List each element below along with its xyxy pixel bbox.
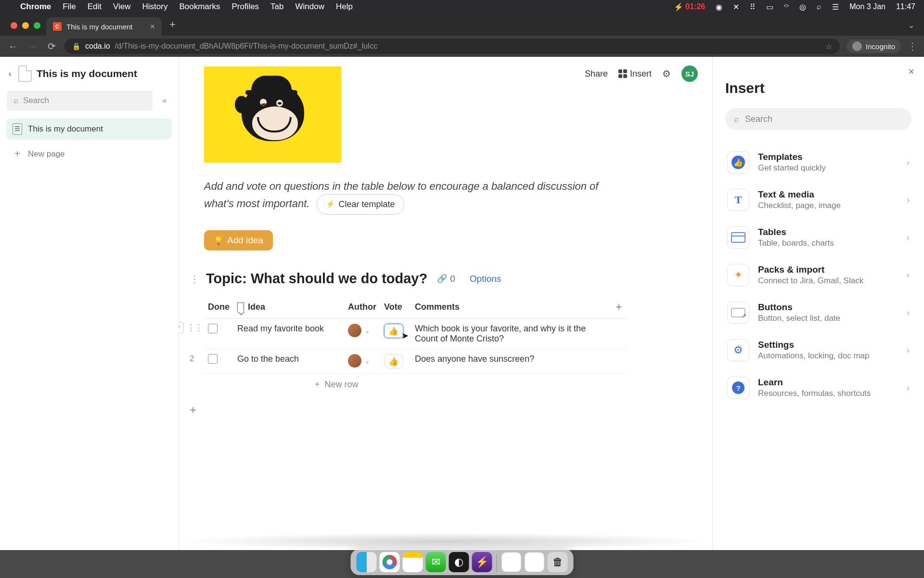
table-options-button[interactable]: Options	[470, 274, 501, 284]
author-cell[interactable]: ⌄	[348, 324, 376, 337]
back-chevron-icon[interactable]: ‹	[7, 67, 13, 81]
table-title[interactable]: Topic: What should we do today?	[206, 271, 427, 287]
panel-close-button[interactable]: ×	[908, 66, 914, 78]
menu-view[interactable]: View	[113, 2, 131, 12]
done-checkbox[interactable]	[208, 354, 218, 364]
browser-tab[interactable]: C This is my document ×	[46, 17, 162, 36]
tab-list-button[interactable]: ⌄	[898, 21, 924, 36]
menu-history[interactable]: History	[142, 2, 167, 12]
chevron-right-icon: ›	[907, 308, 910, 318]
control-center-icon[interactable]: ☰	[832, 2, 839, 12]
dock-document-icon[interactable]	[501, 552, 522, 572]
menu-window[interactable]: Window	[295, 2, 324, 12]
battery-status[interactable]: ⚡01:26	[674, 2, 705, 12]
battery-icon[interactable]: ▭	[766, 2, 773, 12]
nav-back-button[interactable]: ←	[7, 41, 19, 52]
col-author[interactable]: Author	[344, 295, 380, 319]
col-done[interactable]: Done	[204, 295, 233, 319]
spotlight-icon[interactable]: ⌕	[817, 2, 821, 11]
window-zoom-button[interactable]	[34, 22, 40, 29]
browser-menu-button[interactable]: ⋮	[908, 40, 917, 52]
expand-row-button[interactable]: ⤢	[179, 322, 184, 333]
dock-finder-icon[interactable]	[357, 552, 377, 572]
add-block-button[interactable]: +	[190, 403, 687, 417]
wifi-icon[interactable]: ⌔	[784, 2, 789, 11]
bookmark-star-icon[interactable]: ☆	[825, 42, 832, 51]
done-checkbox[interactable]	[208, 324, 218, 333]
dock-notes-icon[interactable]	[403, 552, 423, 572]
status-icon[interactable]: ◉	[716, 2, 722, 12]
dock-app-icon[interactable]: ⚡	[472, 552, 492, 572]
new-page-button[interactable]: + New page	[7, 143, 172, 165]
lock-icon[interactable]: 🔒	[72, 42, 80, 50]
address-bar[interactable]: 🔒 coda.io/d/This-is-my-document_dBhAUW8p…	[64, 39, 840, 54]
menu-help[interactable]: Help	[336, 2, 353, 12]
settings-gear-icon[interactable]: ⚙	[662, 68, 671, 79]
status-icon[interactable]: ◎	[799, 2, 806, 12]
user-avatar[interactable]: SJ	[681, 66, 698, 82]
col-comments[interactable]: Comments	[411, 295, 610, 319]
insert-item-tables[interactable]: Tables Table, boards, charts ›	[725, 219, 911, 256]
chevron-down-icon[interactable]: ⌄	[364, 357, 370, 365]
window-close-button[interactable]	[11, 22, 17, 29]
sidebar-search-input[interactable]: ⌕ Search	[7, 91, 153, 111]
chevron-down-icon[interactable]: ⌄	[364, 327, 370, 334]
dock-messages-icon[interactable]: ✉	[426, 552, 446, 572]
drag-handle-icon[interactable]: ⋮⋮	[187, 322, 202, 333]
col-idea[interactable]: Idea	[233, 295, 344, 319]
bolt-icon: ⚡	[326, 199, 335, 210]
menu-profiles[interactable]: Profiles	[231, 2, 259, 12]
menu-edit[interactable]: Edit	[88, 2, 102, 12]
menu-bookmarks[interactable]: Bookmarks	[179, 2, 220, 12]
menu-tab[interactable]: Tab	[270, 2, 283, 12]
insert-item-text-media[interactable]: T Text & media Checklist, page, image ›	[725, 181, 911, 219]
menu-file[interactable]: File	[63, 2, 76, 12]
status-icon[interactable]: ✕	[733, 2, 739, 12]
vote-button[interactable]: 👍	[384, 324, 403, 338]
insert-button[interactable]: Insert	[618, 69, 652, 79]
add-column-button[interactable]: +	[610, 295, 628, 319]
table-row[interactable]: 2 Go to the beach ⌄ 👍 Does anyone have s…	[204, 349, 628, 374]
vote-button[interactable]: 👍	[384, 354, 403, 368]
insert-item-packs[interactable]: ✦ Packs & import Connect to Jira, Gmail,…	[725, 256, 911, 294]
link-count[interactable]: 🔗 0	[437, 274, 455, 284]
panel-title: Insert	[725, 80, 911, 96]
author-cell[interactable]: ⌄	[348, 354, 376, 368]
nav-reload-button[interactable]: ⟳	[45, 40, 58, 52]
new-tab-button[interactable]: +	[162, 18, 183, 36]
insert-item-learn[interactable]: ? Learn Resources, formulas, shortcuts ›	[725, 369, 911, 407]
table-menu-button[interactable]: ⋮	[190, 273, 199, 285]
dock-chrome-icon[interactable]	[380, 552, 400, 572]
new-row-button[interactable]: + New row	[204, 374, 687, 395]
panel-search-input[interactable]: ⌕ Search	[725, 108, 911, 130]
app-name[interactable]: Chrome	[20, 2, 51, 12]
window-minimize-button[interactable]	[22, 22, 29, 29]
comment-cell[interactable]: Which book is your favorite, and why is …	[411, 319, 610, 349]
insert-item-settings[interactable]: ⚙ Settings Automations, locking, doc map…	[725, 331, 911, 369]
insert-item-buttons[interactable]: Buttons Button, select list, date ›	[725, 294, 911, 331]
header-image[interactable]	[204, 66, 341, 163]
plus-icon: +	[13, 148, 22, 159]
add-idea-button[interactable]: 💡 Add idea	[204, 230, 273, 250]
comment-cell[interactable]: Does anyone have sunscreen?	[411, 349, 610, 374]
intro-paragraph[interactable]: Add and vote on questions in the table b…	[204, 178, 599, 215]
menubar-time[interactable]: 11:47	[896, 2, 915, 11]
menubar-date[interactable]: Mon 3 Jan	[849, 2, 886, 11]
dock-trash-icon[interactable]: 🗑	[548, 552, 568, 572]
insert-item-templates[interactable]: 👍 Templates Get started quickly ›	[725, 144, 911, 181]
tab-close-button[interactable]: ×	[150, 22, 155, 32]
idea-cell[interactable]: Go to the beach	[233, 349, 344, 374]
status-icon[interactable]: ⠿	[750, 2, 756, 12]
sidebar-nav-item[interactable]: This is my document	[7, 118, 172, 140]
chevron-right-icon: ›	[907, 383, 910, 393]
incognito-indicator[interactable]: Incognito	[847, 39, 901, 53]
col-vote[interactable]: Vote	[380, 295, 411, 319]
doc-title[interactable]: This is my document	[37, 68, 137, 79]
dock-document-icon[interactable]	[525, 552, 545, 572]
table-row[interactable]: ⤢ ⋮⋮ Read my favorite book ⌄ 👍	[204, 319, 628, 349]
collapse-sidebar-button[interactable]: «	[157, 93, 172, 108]
idea-cell[interactable]: Read my favorite book	[233, 319, 344, 349]
clear-template-button[interactable]: ⚡ Clear template	[317, 194, 404, 215]
dock-app-icon[interactable]: ◐	[449, 552, 469, 572]
share-button[interactable]: Share	[585, 69, 608, 79]
